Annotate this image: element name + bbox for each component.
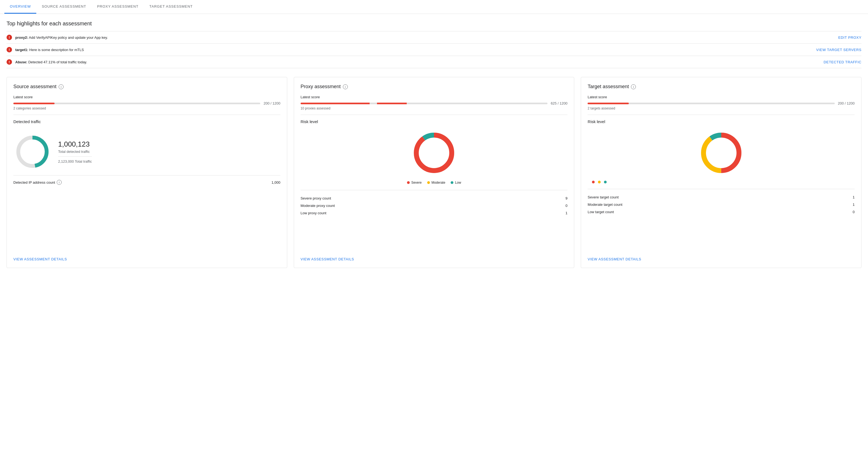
highlight-row-1: ! target1: Here is some description for … <box>6 44 862 56</box>
error-icon-1: ! <box>6 47 12 52</box>
source-donut-chart <box>13 132 52 171</box>
highlight-link-2[interactable]: DETECTED TRAFFIC <box>824 60 862 64</box>
highlights-title: Top highlights for each assessment <box>6 21 862 27</box>
proxy-low-row: Low proxy count 1 <box>301 209 568 217</box>
source-ip-label-text: Detected IP address count <box>13 180 55 184</box>
target-view-details-link[interactable]: VIEW ASSESSMENT DETAILS <box>588 257 641 261</box>
proxy-severe-label: Severe proxy count <box>301 196 331 200</box>
highlight-row-2: ! Abuse: Detected 47.11% of total traffi… <box>6 56 862 68</box>
highlight-text-1: target1: Here is some description for mT… <box>15 48 84 52</box>
proxy-score-bar-container: 625 / 1200 <box>301 101 568 106</box>
source-view-details-link[interactable]: VIEW ASSESSMENT DETAILS <box>13 257 67 261</box>
source-ip-count-row: Detected IP address count i 1,000 <box>13 175 280 189</box>
source-traffic-inner-divider <box>58 156 92 157</box>
target-moderate-value: 1 <box>853 203 855 207</box>
proxy-legend-severe: Severe <box>407 181 422 184</box>
target-legend-moderate-dot <box>598 181 601 183</box>
target-low-label: Low target count <box>588 210 614 214</box>
highlight-left-0: ! proxy2: Add VerifyAPIKey policy and up… <box>6 35 108 40</box>
target-card-title: Target assessment i <box>588 84 855 90</box>
target-legend-low-dot <box>604 181 607 183</box>
proxy-info-icon[interactable]: i <box>343 84 348 89</box>
highlight-link-0[interactable]: EDIT PROXY <box>838 35 862 39</box>
svg-point-3 <box>416 135 452 171</box>
source-traffic-content: 1,000,123 Total detected traffic 2,123,0… <box>13 128 280 175</box>
target-risk-stats: Severe target count 1 Moderate target co… <box>588 189 855 216</box>
source-score-bar <box>13 102 260 104</box>
proxy-legend-severe-label: Severe <box>411 181 422 184</box>
proxy-title-text: Proxy assessment <box>301 84 341 90</box>
proxy-legend-low-label: Low <box>455 181 461 184</box>
highlight-left-2: ! Abuse: Detected 47.11% of total traffi… <box>6 59 87 65</box>
proxy-score-bar <box>301 102 548 104</box>
target-moderate-label: Moderate target count <box>588 203 622 207</box>
highlight-row-0: ! proxy2: Add VerifyAPIKey policy and up… <box>6 31 862 44</box>
proxy-legend-low: Low <box>451 181 461 184</box>
source-ip-info-icon[interactable]: i <box>57 180 62 185</box>
tabs-nav: OVERVIEW SOURCE ASSESSMENT PROXY ASSESSM… <box>0 0 868 14</box>
source-traffic-label: Detected traffic <box>13 119 280 124</box>
proxy-legend-moderate: Moderate <box>427 181 445 184</box>
target-score-bar <box>588 102 834 104</box>
target-score-value: 200 / 1200 <box>838 101 855 106</box>
error-icon-0: ! <box>6 35 12 40</box>
target-score-fill <box>588 102 629 104</box>
source-traffic-detected-label: Total detected traffic <box>58 150 92 154</box>
target-donut-svg <box>697 128 746 177</box>
proxy-moderate-row: Moderate proxy count 0 <box>301 202 568 209</box>
source-card-title: Source assessment i <box>13 84 280 90</box>
target-legend-severe-dot <box>592 181 595 183</box>
target-low-value: 0 <box>853 210 855 214</box>
proxy-risk-label: Risk level <box>301 119 568 124</box>
proxy-severe-row: Severe proxy count 9 <box>301 195 568 202</box>
highlight-link-1[interactable]: VIEW TARGET SERVERS <box>816 48 862 52</box>
target-score-label: Latest score <box>588 95 855 99</box>
source-score-bar-container: 200 / 1200 <box>13 101 280 106</box>
proxy-low-value: 1 <box>565 211 567 215</box>
target-donut-chart <box>697 128 746 177</box>
proxy-view-details-link[interactable]: VIEW ASSESSMENT DETAILS <box>301 257 354 261</box>
target-divider-1 <box>588 115 855 115</box>
target-legend-moderate <box>598 181 601 183</box>
proxy-score-value: 625 / 1200 <box>551 101 567 106</box>
tab-source-assessment[interactable]: SOURCE ASSESSMENT <box>36 0 92 13</box>
target-low-row: Low target count 0 <box>588 208 855 216</box>
target-score-bar-container: 200 / 1200 <box>588 101 855 106</box>
proxy-moderate-value: 0 <box>565 204 567 208</box>
proxy-risk-legend: Severe Moderate Low <box>301 181 568 184</box>
source-score-value: 200 / 1200 <box>264 101 280 106</box>
target-severe-value: 1 <box>853 195 855 199</box>
cards-section: Source assessment i Latest score 200 / 1… <box>0 70 868 274</box>
target-title-text: Target assessment <box>588 84 629 90</box>
tab-proxy-assessment[interactable]: PROXY ASSESSMENT <box>92 0 144 13</box>
highlight-left-1: ! target1: Here is some description for … <box>6 47 84 52</box>
target-legend-severe <box>592 181 595 183</box>
proxy-legend-moderate-label: Moderate <box>432 181 445 184</box>
proxy-legend-severe-dot <box>407 181 410 184</box>
proxy-divider-1 <box>301 115 568 115</box>
source-traffic-number: 1,000,123 <box>58 140 92 148</box>
target-severe-label: Severe target count <box>588 195 618 199</box>
highlights-section: Top highlights for each assessment ! pro… <box>0 14 868 70</box>
proxy-card: Proxy assessment i Latest score 625 / 12… <box>294 77 575 268</box>
proxy-moderate-label: Moderate proxy count <box>301 204 335 208</box>
target-info-icon[interactable]: i <box>631 84 636 89</box>
error-icon-2: ! <box>6 59 12 65</box>
target-risk-label: Risk level <box>588 119 855 124</box>
source-card: Source assessment i Latest score 200 / 1… <box>6 77 287 268</box>
source-donut-svg <box>13 132 52 171</box>
source-score-label: Latest score <box>13 95 280 99</box>
source-info-icon[interactable]: i <box>59 84 64 89</box>
source-ip-label: Detected IP address count i <box>13 180 62 185</box>
tab-overview[interactable]: OVERVIEW <box>4 0 36 13</box>
proxy-legend-low-dot <box>451 181 453 184</box>
highlight-text-2: Abuse: Detected 47.11% of total traffic … <box>15 60 87 64</box>
source-score-sub: 2 categories assessed <box>13 107 280 110</box>
source-score-fill <box>13 102 55 104</box>
source-traffic-total: 2,123,000 Total traffic <box>58 159 92 163</box>
tab-target-assessment[interactable]: TARGET ASSESSMENT <box>144 0 198 13</box>
target-score-sub: 2 targets assessed <box>588 107 855 110</box>
target-legend-low <box>604 181 607 183</box>
source-title-text: Source assessment <box>13 84 57 90</box>
target-risk-legend <box>588 181 855 183</box>
